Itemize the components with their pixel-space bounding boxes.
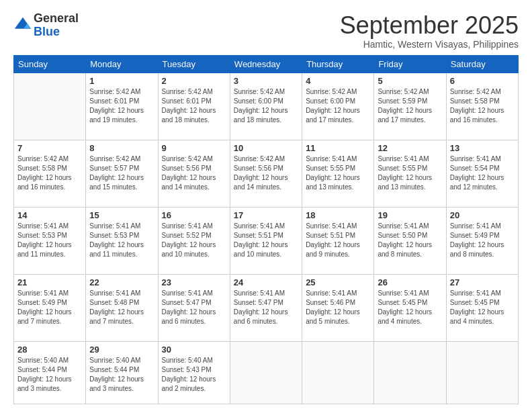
col-sunday: Sunday xyxy=(14,55,86,73)
day-number: 14 xyxy=(17,210,82,220)
day-number: 20 xyxy=(450,210,515,220)
day-info: Sunrise: 5:41 AM Sunset: 5:52 PM Dayligh… xyxy=(162,222,226,259)
day-number: 25 xyxy=(306,277,370,287)
table-row: 5Sunrise: 5:42 AM Sunset: 5:59 PM Daylig… xyxy=(374,73,446,140)
logo-general: General xyxy=(34,12,79,26)
table-row: 13Sunrise: 5:41 AM Sunset: 5:54 PM Dayli… xyxy=(446,140,518,207)
day-info: Sunrise: 5:42 AM Sunset: 5:56 PM Dayligh… xyxy=(234,154,298,192)
day-number: 12 xyxy=(378,143,442,153)
day-number: 30 xyxy=(162,345,226,355)
day-info: Sunrise: 5:41 AM Sunset: 5:48 PM Dayligh… xyxy=(89,289,154,326)
day-number: 3 xyxy=(234,76,298,86)
table-row: 11Sunrise: 5:41 AM Sunset: 5:55 PM Dayli… xyxy=(302,140,374,207)
table-row: 27Sunrise: 5:41 AM Sunset: 5:45 PM Dayli… xyxy=(446,274,518,341)
day-number: 29 xyxy=(89,345,154,355)
day-number: 9 xyxy=(162,143,226,153)
location-subtitle: Hamtic, Western Visayas, Philippines xyxy=(340,39,519,50)
day-number: 5 xyxy=(378,76,442,86)
table-row: 17Sunrise: 5:41 AM Sunset: 5:51 PM Dayli… xyxy=(230,207,302,274)
day-info: Sunrise: 5:42 AM Sunset: 5:58 PM Dayligh… xyxy=(450,87,515,125)
table-row: 2Sunrise: 5:42 AM Sunset: 6:01 PM Daylig… xyxy=(158,73,230,140)
day-info: Sunrise: 5:41 AM Sunset: 5:51 PM Dayligh… xyxy=(306,222,370,259)
table-row xyxy=(302,341,374,404)
table-row: 8Sunrise: 5:42 AM Sunset: 5:57 PM Daylig… xyxy=(86,140,158,207)
table-row: 16Sunrise: 5:41 AM Sunset: 5:52 PM Dayli… xyxy=(158,207,230,274)
day-info: Sunrise: 5:41 AM Sunset: 5:55 PM Dayligh… xyxy=(306,154,370,192)
title-area: September 2025 Hamtic, Western Visayas, … xyxy=(340,12,519,50)
day-info: Sunrise: 5:41 AM Sunset: 5:47 PM Dayligh… xyxy=(234,289,298,326)
day-number: 7 xyxy=(17,143,82,153)
day-info: Sunrise: 5:41 AM Sunset: 5:46 PM Dayligh… xyxy=(306,289,370,326)
day-number: 1 xyxy=(89,76,154,86)
table-row: 7Sunrise: 5:42 AM Sunset: 5:58 PM Daylig… xyxy=(14,140,86,207)
col-saturday: Saturday xyxy=(446,55,518,73)
day-info: Sunrise: 5:42 AM Sunset: 5:57 PM Dayligh… xyxy=(89,154,154,192)
col-wednesday: Wednesday xyxy=(230,55,302,73)
logo-blue: Blue xyxy=(34,26,79,39)
day-info: Sunrise: 5:41 AM Sunset: 5:51 PM Dayligh… xyxy=(234,222,298,259)
calendar-header-row: Sunday Monday Tuesday Wednesday Thursday… xyxy=(14,55,519,73)
table-row: 20Sunrise: 5:41 AM Sunset: 5:49 PM Dayli… xyxy=(446,207,518,274)
page-header: General Blue September 2025 Hamtic, West… xyxy=(13,12,519,50)
day-number: 15 xyxy=(89,210,154,220)
day-number: 27 xyxy=(450,277,515,287)
day-info: Sunrise: 5:41 AM Sunset: 5:53 PM Dayligh… xyxy=(17,222,82,259)
logo: General Blue xyxy=(13,12,79,39)
day-number: 21 xyxy=(17,277,82,287)
table-row xyxy=(14,73,86,140)
calendar-table: Sunday Monday Tuesday Wednesday Thursday… xyxy=(13,55,519,404)
day-info: Sunrise: 5:40 AM Sunset: 5:44 PM Dayligh… xyxy=(17,356,82,394)
day-number: 2 xyxy=(162,76,226,86)
table-row: 6Sunrise: 5:42 AM Sunset: 5:58 PM Daylig… xyxy=(446,73,518,140)
day-number: 6 xyxy=(450,76,515,86)
day-number: 23 xyxy=(162,277,226,287)
table-row: 29Sunrise: 5:40 AM Sunset: 5:44 PM Dayli… xyxy=(86,341,158,404)
table-row: 28Sunrise: 5:40 AM Sunset: 5:44 PM Dayli… xyxy=(14,341,86,404)
table-row: 14Sunrise: 5:41 AM Sunset: 5:53 PM Dayli… xyxy=(14,207,86,274)
day-info: Sunrise: 5:41 AM Sunset: 5:47 PM Dayligh… xyxy=(162,289,226,326)
table-row: 21Sunrise: 5:41 AM Sunset: 5:49 PM Dayli… xyxy=(14,274,86,341)
day-info: Sunrise: 5:41 AM Sunset: 5:45 PM Dayligh… xyxy=(378,289,442,326)
day-number: 19 xyxy=(378,210,442,220)
day-info: Sunrise: 5:42 AM Sunset: 6:00 PM Dayligh… xyxy=(234,87,298,125)
col-friday: Friday xyxy=(374,55,446,73)
day-info: Sunrise: 5:41 AM Sunset: 5:53 PM Dayligh… xyxy=(89,222,154,259)
logo-text: General Blue xyxy=(34,12,79,39)
table-row: 3Sunrise: 5:42 AM Sunset: 6:00 PM Daylig… xyxy=(230,73,302,140)
table-row: 23Sunrise: 5:41 AM Sunset: 5:47 PM Dayli… xyxy=(158,274,230,341)
table-row: 12Sunrise: 5:41 AM Sunset: 5:55 PM Dayli… xyxy=(374,140,446,207)
day-info: Sunrise: 5:41 AM Sunset: 5:49 PM Dayligh… xyxy=(450,222,515,259)
day-info: Sunrise: 5:42 AM Sunset: 6:00 PM Dayligh… xyxy=(306,87,370,125)
day-number: 8 xyxy=(89,143,154,153)
table-row xyxy=(374,341,446,404)
day-info: Sunrise: 5:41 AM Sunset: 5:54 PM Dayligh… xyxy=(450,154,515,192)
day-number: 24 xyxy=(234,277,298,287)
table-row xyxy=(230,341,302,404)
table-row: 24Sunrise: 5:41 AM Sunset: 5:47 PM Dayli… xyxy=(230,274,302,341)
day-info: Sunrise: 5:42 AM Sunset: 6:01 PM Dayligh… xyxy=(162,87,226,125)
day-info: Sunrise: 5:40 AM Sunset: 5:43 PM Dayligh… xyxy=(162,356,226,394)
table-row: 15Sunrise: 5:41 AM Sunset: 5:53 PM Dayli… xyxy=(86,207,158,274)
col-thursday: Thursday xyxy=(302,55,374,73)
day-number: 18 xyxy=(306,210,370,220)
day-info: Sunrise: 5:41 AM Sunset: 5:49 PM Dayligh… xyxy=(17,289,82,326)
table-row: 19Sunrise: 5:41 AM Sunset: 5:50 PM Dayli… xyxy=(374,207,446,274)
table-row: 9Sunrise: 5:42 AM Sunset: 5:56 PM Daylig… xyxy=(158,140,230,207)
col-tuesday: Tuesday xyxy=(158,55,230,73)
table-row: 30Sunrise: 5:40 AM Sunset: 5:43 PM Dayli… xyxy=(158,341,230,404)
day-info: Sunrise: 5:41 AM Sunset: 5:45 PM Dayligh… xyxy=(450,289,515,326)
day-number: 17 xyxy=(234,210,298,220)
day-info: Sunrise: 5:42 AM Sunset: 5:59 PM Dayligh… xyxy=(378,87,442,125)
day-number: 4 xyxy=(306,76,370,86)
day-number: 10 xyxy=(234,143,298,153)
day-info: Sunrise: 5:41 AM Sunset: 5:50 PM Dayligh… xyxy=(378,222,442,259)
table-row: 22Sunrise: 5:41 AM Sunset: 5:48 PM Dayli… xyxy=(86,274,158,341)
day-info: Sunrise: 5:41 AM Sunset: 5:55 PM Dayligh… xyxy=(378,154,442,192)
day-info: Sunrise: 5:42 AM Sunset: 5:56 PM Dayligh… xyxy=(162,154,226,192)
day-info: Sunrise: 5:42 AM Sunset: 6:01 PM Dayligh… xyxy=(89,87,154,125)
day-number: 22 xyxy=(89,277,154,287)
day-number: 11 xyxy=(306,143,370,153)
day-number: 28 xyxy=(17,345,82,355)
table-row: 26Sunrise: 5:41 AM Sunset: 5:45 PM Dayli… xyxy=(374,274,446,341)
table-row: 10Sunrise: 5:42 AM Sunset: 5:56 PM Dayli… xyxy=(230,140,302,207)
